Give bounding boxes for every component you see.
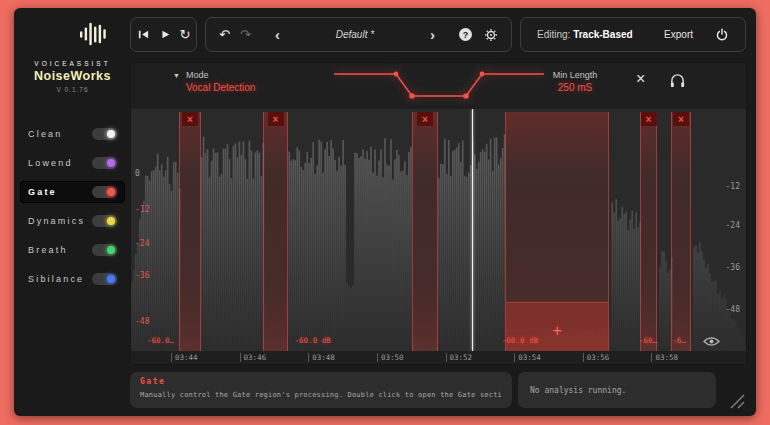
sidebar-item-lowend[interactable]: Lowend [20, 152, 125, 174]
version-label: V 0.1.76 [20, 86, 125, 93]
min-length-control[interactable]: Min Length 250 mS [529, 70, 621, 93]
module-label: Clean [28, 129, 63, 139]
info-description: Manually control the Gate region's proce… [140, 391, 502, 399]
playhead[interactable] [472, 109, 473, 351]
info-title: Gate [140, 377, 502, 386]
gate-region[interactable]: × [263, 112, 289, 351]
region-threshold-label: -60.0 dB [502, 336, 538, 345]
module-label: Lowend [28, 158, 73, 168]
region-threshold-label: -6… [672, 336, 686, 345]
mode-label: Mode [186, 70, 256, 80]
clean-toggle[interactable] [92, 128, 117, 140]
editor-header: ▼ Mode Vocal Detection Min Length 250 mS… [131, 63, 746, 109]
db-scale-right-label: -36 [726, 263, 740, 272]
logo-bars-icon [78, 20, 110, 48]
db-scale-left-label: -12 [135, 205, 149, 214]
region-close-button[interactable]: × [641, 112, 657, 126]
next-preset-button[interactable]: › [430, 27, 435, 42]
gate-region[interactable]: + [505, 112, 610, 351]
sibilance-toggle[interactable] [92, 273, 117, 285]
info-panel: Gate Manually control the Gate region's … [130, 372, 512, 408]
analysis-panel: No analysis running. [518, 372, 716, 408]
redo-button[interactable]: ↷ [240, 28, 251, 41]
lowend-toggle[interactable] [92, 157, 117, 169]
dynamics-toggle[interactable] [92, 215, 117, 227]
export-button[interactable]: Export [664, 29, 693, 40]
session-bar: Editing: Track-Based Export [520, 17, 746, 52]
min-length-value: 250 mS [529, 82, 621, 93]
loop-button[interactable]: ↻ [180, 28, 191, 41]
toggle-knob [107, 217, 115, 225]
brand-name: NoiseWorks [20, 69, 125, 83]
timeline-label: 03:54 [514, 353, 541, 362]
editing-value: Track-Based [573, 29, 632, 40]
sidebar-item-clean[interactable]: Clean [20, 123, 125, 145]
db-scale-right-label: -12 [726, 182, 740, 191]
waveform-area[interactable]: 0-12-24-36-48-12-24-36-48×××+××-60.0…-60… [131, 109, 746, 351]
timeline-label: 03:46 [240, 353, 267, 362]
sidebar-item-gate[interactable]: Gate [20, 181, 125, 203]
close-icon[interactable]: × [636, 71, 645, 87]
power-icon[interactable] [715, 28, 729, 42]
module-label: Gate [28, 187, 57, 197]
skip-to-start-button[interactable] [137, 28, 150, 41]
settings-gear-icon[interactable] [484, 28, 498, 42]
undo-button[interactable]: ↶ [219, 28, 230, 41]
region-close-button[interactable]: × [268, 112, 284, 126]
region-close-button[interactable]: × [673, 112, 689, 126]
region-threshold-label: -60… [639, 336, 657, 345]
analysis-status: No analysis running. [530, 386, 626, 395]
db-scale-right-label: -48 [726, 305, 740, 314]
toggle-knob [107, 130, 115, 138]
toggle-knob [107, 246, 115, 254]
mode-selector[interactable]: ▼ Mode Vocal Detection [173, 70, 255, 93]
timeline-label: 03:44 [171, 353, 198, 362]
sidebar-item-sibilance[interactable]: Sibilance [20, 268, 125, 290]
gate-region[interactable]: × [179, 112, 201, 351]
preset-name[interactable]: Default * [280, 29, 430, 40]
gate-region[interactable]: × [412, 112, 438, 351]
editing-mode[interactable]: Editing: Track-Based [537, 29, 633, 40]
sidebar-item-breath[interactable]: Breath [20, 239, 125, 261]
brand-logo-icon [74, 15, 114, 53]
timeline-label: 03:52 [446, 353, 473, 362]
dropdown-arrow-icon: ▼ [173, 72, 180, 79]
brand-tagline: VOICEASSIST [20, 60, 125, 67]
timeline-label: 03:58 [651, 353, 678, 362]
module-label: Breath [28, 245, 68, 255]
resize-handle[interactable] [722, 393, 746, 409]
module-label: Dynamics [28, 216, 85, 226]
toggle-knob [107, 188, 115, 196]
breath-toggle[interactable] [92, 244, 117, 256]
sidebar: VOICEASSIST NoiseWorks V 0.1.76 CleanLow… [20, 60, 125, 297]
region-close-button[interactable]: × [182, 112, 198, 126]
region-threshold-label: -60.0 dB [295, 336, 331, 345]
region-threshold-label: -60.0… [147, 336, 174, 345]
play-button[interactable] [159, 28, 171, 41]
mode-value: Vocal Detection [186, 82, 256, 93]
toggle-knob [107, 275, 115, 283]
timeline-label: 03:50 [377, 353, 404, 362]
timeline-label: 03:48 [308, 353, 335, 362]
editing-label: Editing: [537, 29, 570, 40]
gate-toggle[interactable] [92, 186, 117, 198]
editor-panel: ▼ Mode Vocal Detection Min Length 250 mS… [130, 62, 747, 365]
db-scale-left-label: -36 [135, 271, 149, 280]
eye-icon[interactable] [703, 336, 720, 347]
headphones-icon[interactable] [669, 73, 686, 88]
db-scale-left-label: -48 [135, 317, 149, 326]
db-scale-right-label: -24 [726, 221, 740, 230]
gate-region[interactable]: × [640, 112, 658, 351]
gate-shape-curve[interactable] [334, 64, 544, 108]
add-region-button[interactable]: + [553, 323, 562, 339]
db-scale-left-label: 0 [135, 169, 140, 178]
sidebar-item-dynamics[interactable]: Dynamics [20, 210, 125, 232]
help-icon[interactable]: ? [459, 28, 472, 41]
transport-controls: ↻ [130, 17, 197, 52]
toggle-knob [107, 159, 115, 167]
gate-region[interactable]: × [671, 112, 691, 351]
module-list: CleanLowendGateDynamicsBreathSibilance [20, 123, 125, 290]
region-close-button[interactable]: × [417, 112, 433, 126]
min-length-label: Min Length [529, 70, 621, 80]
plugin-window: ↻ ↶ ↷ ‹ Default * › ? Editing: Track-Bas… [14, 8, 756, 416]
